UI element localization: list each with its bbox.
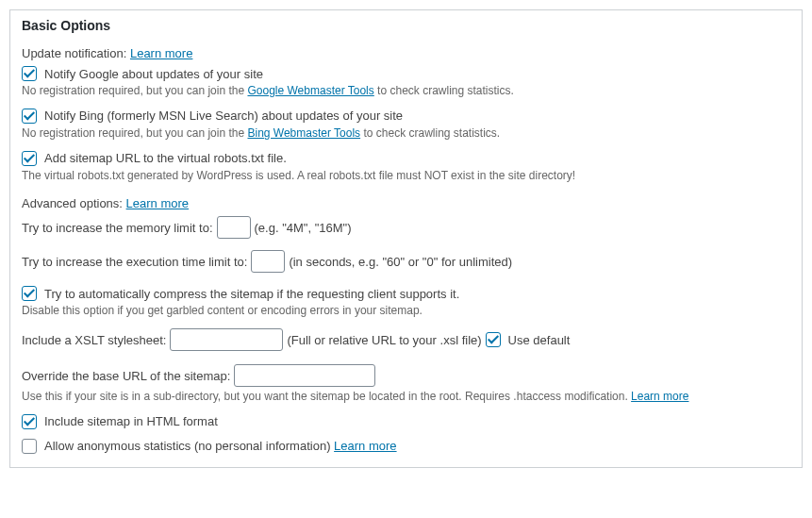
robots-desc: The virtual robots.txt generated by Word… xyxy=(22,168,790,184)
html-sitemap-checkbox[interactable] xyxy=(22,414,37,429)
xslt-default-checkbox[interactable] xyxy=(486,332,501,347)
memory-limit-hint: (e.g. "4M", "16M") xyxy=(255,221,352,235)
notify-google-checkbox[interactable] xyxy=(22,66,37,81)
advanced-options-heading: Advanced options: Learn more xyxy=(22,196,790,210)
google-webmaster-link[interactable]: Google Webmaster Tools xyxy=(247,84,373,97)
notify-bing-label[interactable]: Notify Bing (formerly MSN Live Search) a… xyxy=(44,109,403,123)
override-learn-more-link[interactable]: Learn more xyxy=(631,390,688,403)
advanced-label: Advanced options: xyxy=(22,196,123,210)
memory-limit-label: Try to increase the memory limit to: xyxy=(22,221,213,235)
override-base-desc: Use this if your site is in a sub-direct… xyxy=(22,389,790,405)
notify-bing-checkbox[interactable] xyxy=(22,109,37,124)
xslt-label: Include a XSLT stylesheet: xyxy=(22,333,166,347)
xslt-default-label[interactable]: Use default xyxy=(508,333,571,347)
override-base-label: Override the base URL of the sitemap: xyxy=(22,369,230,383)
exec-time-hint: (in seconds, e.g. "60" or "0" for unlimi… xyxy=(289,255,512,269)
exec-time-label: Try to increase the execution time limit… xyxy=(22,255,247,269)
memory-limit-input[interactable] xyxy=(217,216,251,239)
xslt-input[interactable] xyxy=(170,328,283,351)
notify-google-desc: No registration required, but you can jo… xyxy=(22,83,790,99)
update-notification-heading: Update notification: Learn more xyxy=(22,46,790,60)
xslt-hint: (Full or relative URL to your .xsl file) xyxy=(287,333,481,347)
notify-bing-desc: No registration required, but you can jo… xyxy=(22,125,790,142)
basic-options-panel: Basic Options Update notification: Learn… xyxy=(9,9,803,468)
notify-google-label[interactable]: Notify Google about updates of your site xyxy=(44,67,263,81)
compress-checkbox[interactable] xyxy=(22,286,37,301)
override-base-input[interactable] xyxy=(234,364,375,387)
anon-stats-checkbox[interactable] xyxy=(22,439,37,454)
exec-time-input[interactable] xyxy=(251,250,285,273)
robots-label[interactable]: Add sitemap URL to the virtual robots.tx… xyxy=(44,151,287,165)
anon-learn-more-link[interactable]: Learn more xyxy=(334,439,396,453)
compress-desc: Disable this option if you get garbled c… xyxy=(22,303,790,319)
advanced-learn-more-link[interactable]: Learn more xyxy=(126,196,189,210)
panel-title: Basic Options xyxy=(22,18,790,33)
html-sitemap-label[interactable]: Include sitemap in HTML format xyxy=(44,414,218,428)
compress-label[interactable]: Try to automatically compress the sitema… xyxy=(44,287,459,301)
bing-webmaster-link[interactable]: Bing Webmaster Tools xyxy=(247,126,360,140)
robots-checkbox[interactable] xyxy=(22,151,37,166)
anon-stats-label[interactable]: Allow anonymous statistics (no personal … xyxy=(44,439,397,453)
update-label: Update notification: xyxy=(22,46,126,60)
update-learn-more-link[interactable]: Learn more xyxy=(130,46,192,60)
